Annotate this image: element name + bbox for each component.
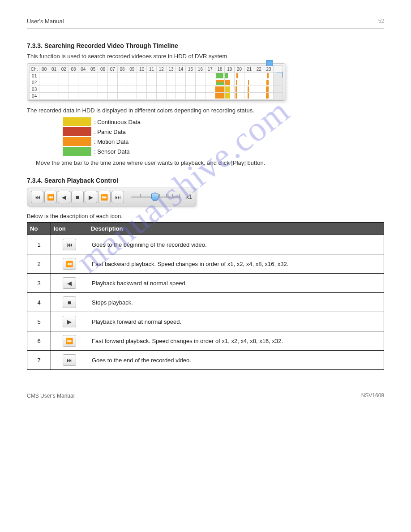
cell-ch04-h22[interactable] [254,93,264,99]
cell-ch03-h02[interactable] [59,86,68,93]
cell-ch04-h20[interactable] [235,93,244,99]
cell-ch03-h08[interactable] [117,86,127,93]
cell-ch02-h22[interactable] [254,79,264,86]
cell-ch03-h00[interactable] [39,86,49,93]
cell-ch01-h04[interactable] [78,73,88,79]
cell-ch03-h03[interactable] [68,86,78,93]
cell-ch03-h13[interactable] [166,86,176,93]
cell-ch04-h02[interactable] [59,93,68,99]
cell-ch01-h21[interactable] [244,73,254,79]
cell-ch04-h00[interactable] [39,93,49,99]
cell-ch04-h08[interactable] [117,93,127,99]
cell-ch03-h06[interactable] [98,86,108,93]
cell-ch03-h09[interactable] [127,86,137,93]
cell-ch03-h16[interactable] [196,86,206,93]
cell-ch02-h05[interactable] [88,79,98,86]
cell-ch02-h23[interactable] [264,79,274,86]
cell-ch01-h18[interactable] [215,73,225,79]
cell-ch01-h09[interactable] [127,73,137,79]
cell-ch03-h18[interactable] [215,86,225,93]
cell-ch02-h08[interactable] [117,79,127,86]
goto-start-button[interactable]: ⏮ [31,191,43,203]
cell-ch04-h16[interactable] [196,93,206,99]
cell-ch02-h04[interactable] [78,79,88,86]
cell-ch02-h07[interactable] [107,79,117,86]
cell-ch02-h18[interactable] [215,79,225,86]
cell-ch02-h13[interactable] [166,79,176,86]
cell-ch04-h19[interactable] [225,93,235,99]
cell-ch02-h17[interactable] [205,79,215,86]
stop-button[interactable]: ■ [71,191,84,203]
cell-ch01-h14[interactable] [176,73,186,79]
play-button[interactable]: ▶ [85,191,97,203]
cell-ch03-h10[interactable] [137,86,147,93]
cell-ch02-h15[interactable] [186,79,196,86]
cell-ch04-h14[interactable] [176,93,186,99]
cell-ch02-h14[interactable] [176,79,186,86]
cell-ch02-h06[interactable] [98,79,108,86]
cell-ch04-h21[interactable] [244,93,254,99]
cell-ch02-h11[interactable] [147,79,157,86]
fast-forward-button[interactable]: ⏩ [98,191,111,203]
cell-ch02-h12[interactable] [156,79,166,86]
cell-ch04-h17[interactable] [205,93,215,99]
cell-ch01-h02[interactable] [59,73,68,79]
cell-ch01-h11[interactable] [147,73,157,79]
cell-ch03-h07[interactable] [107,86,117,93]
fast-rewind-button[interactable]: ⏪ [44,191,57,203]
cell-ch02-h20[interactable] [235,79,244,86]
cell-ch03-h23[interactable] [264,86,274,93]
cell-ch03-h15[interactable] [186,86,196,93]
cell-ch01-h19[interactable] [225,73,235,79]
cell-ch01-h03[interactable] [68,73,78,79]
cell-ch03-h22[interactable] [254,86,264,93]
cell-ch04-h07[interactable] [107,93,117,99]
cell-ch01-h10[interactable] [137,73,147,79]
cell-ch01-h23[interactable] [264,73,274,79]
cell-ch03-h14[interactable] [176,86,186,93]
play-back-button[interactable]: ◀ [58,191,70,203]
cell-ch01-h17[interactable] [205,73,215,79]
cell-ch03-h21[interactable] [244,86,254,93]
cell-ch01-h13[interactable] [166,73,176,79]
cell-ch04-h11[interactable] [147,93,157,99]
cell-ch02-h16[interactable] [196,79,206,86]
goto-end-button[interactable]: ⏭ [111,191,124,203]
cell-ch01-h08[interactable] [117,73,127,79]
cell-ch03-h17[interactable] [205,86,215,93]
cell-ch04-h18[interactable] [215,93,225,99]
cell-ch04-h10[interactable] [137,93,147,99]
cell-ch03-h11[interactable] [147,86,157,93]
cell-ch04-h06[interactable] [98,93,108,99]
cell-ch04-h04[interactable] [78,93,88,99]
cell-ch01-h20[interactable] [235,73,244,79]
cell-ch04-h01[interactable] [49,93,59,99]
cell-ch01-h06[interactable] [98,73,108,79]
cell-ch01-h05[interactable] [88,73,98,79]
cell-ch01-h00[interactable] [39,73,49,79]
cell-ch03-h20[interactable] [235,86,244,93]
cell-ch02-h19[interactable] [225,79,235,86]
cell-ch02-h02[interactable] [59,79,68,86]
cell-ch01-h16[interactable] [196,73,206,79]
cell-ch02-h00[interactable] [39,79,49,86]
cell-ch04-h13[interactable] [166,93,176,99]
cell-ch02-h01[interactable] [49,79,59,86]
cell-ch03-h01[interactable] [49,86,59,93]
cell-ch04-h05[interactable] [88,93,98,99]
cell-ch04-h23[interactable] [264,93,274,99]
timeline-widget[interactable]: Ch.0001020304050607080910111213141516171… [27,63,285,101]
speed-slider[interactable] [131,193,181,201]
cell-ch03-h05[interactable] [88,86,98,93]
cell-ch01-h07[interactable] [107,73,117,79]
cell-ch01-h01[interactable] [49,73,59,79]
cell-ch03-h04[interactable] [78,86,88,93]
cell-ch03-h19[interactable] [225,86,235,93]
cell-ch02-h09[interactable] [127,79,137,86]
cell-ch01-h22[interactable] [254,73,264,79]
cell-ch02-h10[interactable] [137,79,147,86]
slider-handle-icon[interactable] [151,193,158,201]
cell-ch04-h15[interactable] [186,93,196,99]
cell-ch04-h09[interactable] [127,93,137,99]
cell-ch03-h12[interactable] [156,86,166,93]
